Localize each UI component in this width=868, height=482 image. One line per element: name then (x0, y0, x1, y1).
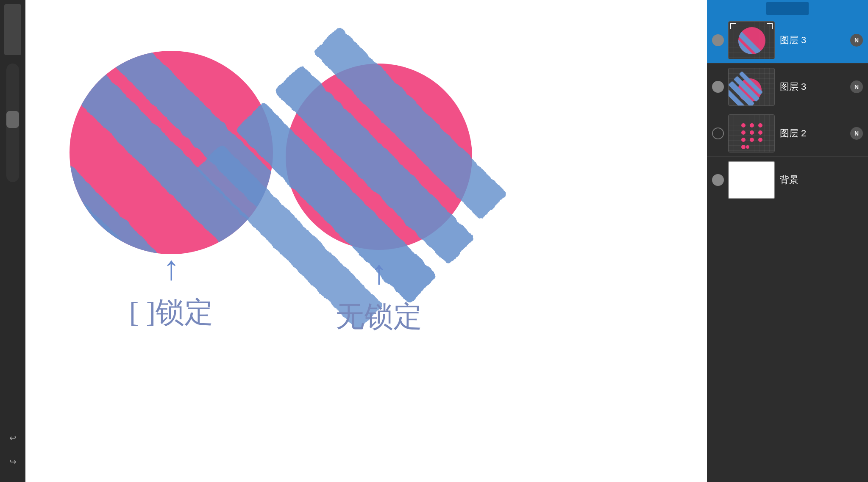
layers-panel: 图层 3 N 图层 3 N (707, 0, 868, 482)
svg-point-29 (750, 123, 754, 127)
svg-point-32 (750, 130, 754, 135)
layer-list[interactable]: 图层 3 N 图层 3 N (707, 17, 868, 482)
layer-visibility-toggle[interactable] (712, 174, 724, 186)
svg-point-28 (741, 123, 746, 127)
redo-button[interactable]: ↪ (5, 454, 20, 469)
slider-thumb[interactable] (6, 111, 19, 128)
layer-thumbnail (728, 21, 775, 59)
layer-thumbnail (728, 114, 775, 152)
layer-item[interactable]: 图层 3 N (707, 17, 868, 64)
layer-badge: N (850, 80, 863, 93)
layer-item[interactable]: 图层 2 N (707, 110, 868, 157)
svg-point-34 (741, 138, 746, 142)
toolbar-color-bar (4, 4, 21, 55)
undo-button[interactable]: ↩ (5, 430, 20, 446)
svg-point-31 (741, 130, 746, 135)
main-canvas[interactable]: ↑ [ ]锁定 ↑ 无锁定 (25, 0, 707, 482)
canvas-drawing: ↑ [ ]锁定 ↑ 无锁定 (25, 0, 707, 482)
layer-badge: N (850, 127, 863, 140)
toolbar-icons: ↩ ↪ (5, 430, 20, 469)
layer-thumbnail (728, 161, 775, 199)
layer-name: 背景 (780, 174, 863, 186)
panel-header (707, 0, 868, 17)
layer-visibility-toggle[interactable] (712, 34, 724, 46)
svg-point-33 (758, 130, 762, 135)
left-toolbar: ↩ ↪ (0, 0, 25, 482)
svg-point-30 (758, 123, 762, 127)
layer-name: 图层 3 (780, 80, 847, 93)
svg-point-36 (758, 138, 762, 142)
svg-text:↑: ↑ (370, 253, 387, 291)
layer-name: 图层 2 (780, 127, 847, 140)
svg-point-35 (750, 138, 754, 142)
svg-text:无锁定: 无锁定 (336, 300, 422, 332)
layer-item[interactable]: 背景 (707, 157, 868, 203)
svg-rect-17 (766, 2, 809, 15)
layer-thumbnail (728, 68, 775, 106)
svg-text:[ ]锁定: [ ]锁定 (129, 296, 213, 328)
layer-badge: N (850, 34, 863, 47)
svg-text:↑: ↑ (163, 249, 180, 287)
layer-name: 图层 3 (780, 34, 847, 47)
layer-visibility-toggle[interactable] (712, 81, 724, 93)
layer-visibility-toggle[interactable] (712, 127, 724, 139)
brush-size-slider[interactable] (6, 64, 19, 182)
svg-point-38 (746, 145, 749, 149)
layer-item[interactable]: 图层 3 N (707, 64, 868, 110)
svg-point-37 (741, 145, 746, 149)
